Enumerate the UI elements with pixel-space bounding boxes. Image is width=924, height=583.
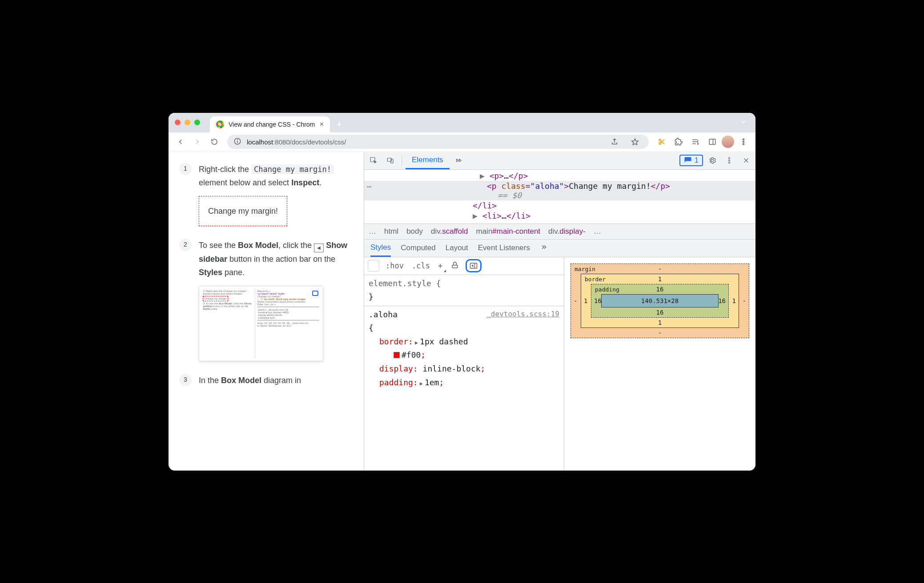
tab-title: View and change CSS - Chrom (229, 121, 315, 128)
svg-rect-16 (452, 265, 458, 268)
tab-layout[interactable]: Layout (446, 244, 468, 252)
css-property[interactable]: border:▶1px dashed (369, 337, 468, 346)
issues-badge[interactable]: 1 (679, 155, 703, 166)
bm-value[interactable]: 16 (656, 309, 664, 315)
site-info-icon[interactable] (233, 137, 241, 147)
step-text: In the (199, 376, 221, 385)
bm-label: border (585, 276, 606, 283)
dom-tree[interactable]: ▶ <p>…</p> ⋯ <p class="aloha">Change my … (364, 170, 755, 224)
css-rules[interactable]: element.style { } _devtools.scss:19 .alo… (364, 275, 564, 471)
step-text: , click the (278, 241, 314, 250)
url-text: localhost:8080/docs/devtools/css/ (247, 138, 346, 146)
step-number: 2 (179, 239, 192, 251)
reload-button[interactable] (207, 134, 222, 149)
dom-breadcrumbs[interactable]: … html body div.scaffold main#main-conte… (364, 224, 755, 240)
bm-value[interactable]: 16 (594, 298, 602, 304)
css-property[interactable]: padding:▶1em; (369, 378, 444, 387)
tab-elements[interactable]: Elements (406, 152, 450, 169)
devtools-panel: Elements 1 ▶ <p>…</p> ⋯ <p class="aloha"… (364, 152, 755, 471)
step-text: pane. (222, 268, 245, 277)
profile-avatar[interactable] (722, 136, 734, 148)
tab-styles[interactable]: Styles (370, 240, 391, 257)
more-tabs-icon[interactable] (451, 153, 466, 168)
css-selector[interactable]: .aloha (369, 310, 398, 319)
share-icon[interactable] (607, 134, 622, 149)
content-split: 1 Right-click the Change my margin! elem… (169, 152, 755, 471)
crumb[interactable]: div.display- (548, 227, 586, 236)
step-2: 2 To see the Box Model, click the Show s… (179, 239, 359, 361)
crumb[interactable]: main#main-content (476, 227, 541, 236)
box-model-content[interactable]: 140.531×28 (601, 294, 719, 307)
window-menu-icon[interactable] (739, 118, 747, 128)
dom-selected-node[interactable]: ⋯ <p class="aloha">Change my margin!</p>… (364, 181, 755, 200)
color-swatch-icon[interactable] (394, 352, 400, 358)
crumb[interactable]: html (384, 227, 398, 236)
tab-computed[interactable]: Computed (401, 244, 435, 252)
inspect-element-icon[interactable] (366, 153, 381, 168)
bm-value[interactable]: - (743, 298, 746, 304)
scissors-icon[interactable] (654, 134, 669, 149)
bm-value[interactable]: 1 (732, 298, 736, 304)
window-minimize-icon[interactable] (185, 120, 190, 125)
browser-tab[interactable]: View and change CSS - Chrom × (210, 116, 330, 132)
window-maximize-icon[interactable] (194, 120, 200, 125)
tab-event-listeners[interactable]: Event Listeners (478, 244, 530, 252)
filter-input[interactable] (368, 260, 379, 272)
styles-pane: :hov .cls +◢ element.style { } (364, 257, 564, 471)
screenshot-thumbnail: ① Right-click the Change my margin! elem… (199, 286, 323, 361)
bm-value[interactable]: 16 (718, 298, 726, 304)
bm-value[interactable]: - (658, 330, 662, 336)
copy-styles-icon[interactable] (449, 260, 461, 272)
css-property[interactable]: #f00; (369, 350, 426, 359)
svg-rect-5 (709, 139, 715, 144)
tab-close-icon[interactable]: × (320, 120, 324, 128)
tab-strip: View and change CSS - Chrom × + (169, 113, 755, 132)
devtools-close-icon[interactable] (739, 153, 754, 168)
window-close-icon[interactable] (175, 120, 181, 125)
dom-node-menu-icon[interactable]: ⋯ (367, 182, 372, 191)
css-selector[interactable]: element.style { (369, 279, 441, 288)
crumb[interactable]: … (594, 227, 601, 236)
toggle-cls-button[interactable]: .cls (410, 260, 432, 271)
box-model-border[interactable]: border 1 1 1 1 padding 16 16 (581, 274, 739, 328)
chrome-menu-icon[interactable] (736, 134, 751, 149)
bookmark-icon[interactable] (627, 134, 643, 149)
crumb[interactable]: body (406, 227, 423, 236)
new-style-rule-button[interactable]: +◢ (436, 260, 444, 271)
show-sidebar-button[interactable] (466, 259, 482, 272)
step-text: Right-click the (199, 165, 251, 174)
step-text: Styles (199, 268, 222, 277)
svg-point-8 (743, 141, 744, 143)
settings-icon[interactable] (705, 153, 720, 168)
step-number: 3 (179, 374, 192, 386)
step-text: Inspect (291, 178, 319, 187)
demo-element[interactable]: Change my margin! (199, 196, 287, 227)
crumb[interactable]: div.scaffold (431, 227, 468, 236)
reading-list-icon[interactable] (688, 134, 703, 149)
extensions-icon[interactable] (671, 134, 686, 149)
box-model-padding[interactable]: padding 16 16 16 16 140.531×28 (591, 284, 729, 318)
device-toolbar-icon[interactable] (383, 153, 398, 168)
side-panel-icon[interactable] (705, 134, 720, 149)
url-bar[interactable]: localhost:8080/docs/devtools/css/ (227, 135, 649, 149)
step-text: Box Model (238, 241, 278, 250)
bm-value[interactable]: - (658, 266, 662, 272)
bm-value[interactable]: - (574, 298, 577, 304)
css-property[interactable]: display: inline-block; (369, 364, 485, 373)
bm-label: padding (595, 286, 619, 293)
back-button[interactable] (173, 134, 188, 149)
box-model-margin[interactable]: margin - - - - border 1 1 1 1 (570, 264, 749, 338)
more-tabs-icon[interactable] (540, 243, 548, 253)
bm-value[interactable]: 1 (658, 276, 662, 282)
svg-point-13 (729, 157, 730, 159)
crumb[interactable]: … (369, 227, 376, 236)
bm-value[interactable]: 1 (658, 319, 662, 326)
bm-value[interactable]: 16 (656, 286, 664, 292)
css-source-link[interactable]: _devtools.scss:19 (486, 308, 559, 320)
new-tab-button[interactable]: + (333, 118, 346, 131)
step-text: diagram in (261, 376, 301, 385)
toggle-hov-button[interactable]: :hov (384, 260, 406, 271)
devtools-menu-icon[interactable] (722, 153, 737, 168)
forward-button[interactable] (190, 134, 205, 149)
bm-value[interactable]: 1 (584, 298, 587, 304)
